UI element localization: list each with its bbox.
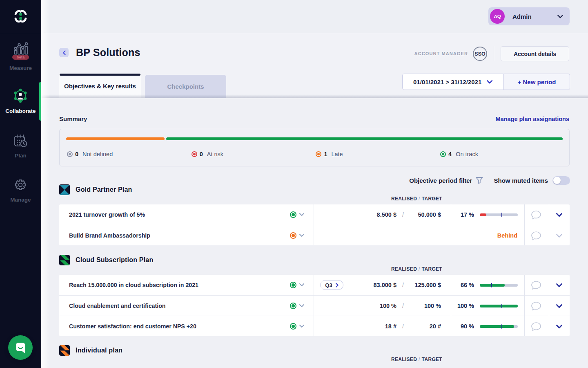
objective-title: Build Brand Ambassadorship bbox=[69, 225, 150, 246]
expand-row-icon[interactable] bbox=[556, 325, 562, 329]
objective-row: Customer satisfaction: end customer NPS … bbox=[59, 316, 570, 336]
active-nav-indicator bbox=[39, 82, 41, 121]
status-chevron-icon[interactable] bbox=[299, 234, 304, 237]
progress-percentage: 17 % bbox=[461, 204, 474, 225]
target-value: 50.000 $ bbox=[418, 204, 441, 225]
objective-title: Customer satisfaction: end customer NPS … bbox=[69, 316, 196, 337]
legend-count: 1 bbox=[324, 151, 327, 157]
target-value: 20 # bbox=[430, 316, 441, 337]
topbar: AQ Admin bbox=[41, 0, 588, 33]
period-selector[interactable]: 01/01/2021 > 31/12/2021 bbox=[402, 74, 504, 90]
target-value: 125.000 $ bbox=[414, 275, 441, 295]
status-chevron-icon[interactable] bbox=[299, 304, 304, 307]
user-name: Admin bbox=[512, 13, 532, 20]
brand-logo-icon[interactable] bbox=[14, 9, 27, 25]
target-value: 100 % bbox=[424, 296, 441, 316]
beta-badge: beta bbox=[12, 55, 29, 60]
progress-expected-tick bbox=[491, 283, 492, 287]
chevron-down-icon bbox=[487, 80, 492, 84]
plan-section-gold-partner: Gold Partner Plan REALISED/TARGET 2021 t… bbox=[59, 184, 570, 195]
sidebar-item-plan[interactable]: Plan bbox=[0, 153, 41, 159]
account-manager-avatar[interactable]: SSO bbox=[473, 47, 487, 61]
expand-row-icon[interactable] bbox=[556, 213, 562, 217]
chat-bubble-icon bbox=[14, 341, 27, 354]
table-column-headers: REALISED/TARGET bbox=[391, 266, 442, 272]
status-chevron-icon[interactable] bbox=[299, 213, 304, 216]
sidebar-divider bbox=[0, 33, 41, 33]
progress-percentage: 90 % bbox=[461, 316, 474, 337]
sidebar-item-collaborate[interactable]: Collaborate bbox=[0, 108, 41, 114]
comment-icon[interactable] bbox=[531, 231, 541, 240]
on-track-status-icon[interactable] bbox=[290, 323, 296, 330]
progress-expected-tick bbox=[501, 213, 502, 217]
objective-row: Cloud enablement and certification 100 %… bbox=[59, 295, 570, 316]
summary-bar-ontrack-segment bbox=[166, 137, 563, 140]
legend-count: 4 bbox=[448, 151, 452, 157]
filter-funnel-icon[interactable] bbox=[475, 176, 483, 185]
gold-partner-plan-logo bbox=[59, 184, 70, 195]
comment-icon[interactable] bbox=[531, 301, 541, 311]
plan-name: Gold Partner Plan bbox=[76, 186, 132, 193]
at-risk-status-icon bbox=[192, 151, 197, 157]
summary-bar-late-segment bbox=[66, 137, 165, 140]
account-details-button[interactable]: Account details bbox=[501, 46, 569, 61]
tab-checkpoints[interactable]: Checkpoints bbox=[145, 75, 226, 98]
objectives-table: Reach 15.000.000 in cloud subscription i… bbox=[59, 275, 570, 336]
objectives-table: 2021 turnover growth of 5% 8.500 $ / 50.… bbox=[59, 204, 570, 245]
quarter-tag[interactable]: Q3 bbox=[320, 280, 343, 290]
measure-chart-icon[interactable] bbox=[13, 40, 28, 56]
chat-launcher-button[interactable] bbox=[8, 335, 33, 360]
objective-title: Reach 15.000.000 in cloud subscription i… bbox=[69, 275, 198, 295]
progress-percentage: 100 % bbox=[457, 296, 474, 316]
value-divider: / bbox=[401, 275, 405, 295]
progress-bar bbox=[480, 284, 518, 287]
on-track-status-icon[interactable] bbox=[290, 303, 296, 309]
late-status-icon[interactable] bbox=[290, 232, 296, 239]
legend-count: 0 bbox=[200, 151, 203, 157]
status-chevron-icon[interactable] bbox=[299, 325, 304, 328]
legend-label: Late bbox=[331, 151, 343, 157]
manage-plan-assignations-link[interactable]: Manage plan assignations bbox=[496, 116, 570, 122]
manage-gear-icon[interactable] bbox=[15, 179, 26, 192]
sidebar-item-manage[interactable]: Manage bbox=[0, 197, 41, 203]
expand-row-icon[interactable] bbox=[556, 283, 562, 287]
progress-bar bbox=[480, 305, 518, 307]
comment-icon[interactable] bbox=[531, 280, 541, 290]
new-period-button[interactable]: + New period bbox=[504, 74, 570, 90]
user-menu[interactable]: AQ Admin bbox=[488, 7, 570, 25]
plan-calendar-icon[interactable] bbox=[13, 134, 27, 149]
late-status-icon bbox=[316, 151, 321, 157]
progress-expected-tick bbox=[501, 324, 502, 329]
on-track-status-icon[interactable] bbox=[290, 282, 296, 288]
cloud-subscription-plan-logo bbox=[59, 255, 70, 265]
chevron-right-icon bbox=[336, 283, 339, 287]
comment-icon[interactable] bbox=[531, 322, 541, 331]
legend-label: On track bbox=[456, 151, 478, 157]
on-track-status-icon bbox=[440, 151, 446, 157]
page-header: BP Solutions ACCOUNT MANAGER SSO Account… bbox=[41, 33, 588, 98]
sidebar-item-measure[interactable]: Measure bbox=[0, 65, 41, 71]
value-divider: / bbox=[401, 296, 405, 316]
status-chevron-icon[interactable] bbox=[299, 283, 304, 287]
individual-plan-logo bbox=[59, 345, 70, 356]
objective-row: Build Brand Ambassadorship Behind bbox=[59, 225, 570, 245]
plan-name: Individual plan bbox=[76, 347, 122, 354]
toggle-knob bbox=[553, 177, 561, 184]
objective-title: Cloud enablement and certification bbox=[69, 296, 166, 316]
status-legend: 0 Not defined 0 At risk 1 Late 4 On trac… bbox=[67, 151, 565, 157]
behind-status-label: Behind bbox=[497, 225, 517, 246]
objective-row: 2021 turnover growth of 5% 8.500 $ / 50.… bbox=[59, 204, 570, 225]
expand-row-icon[interactable] bbox=[556, 234, 562, 238]
header-divider bbox=[494, 46, 494, 61]
show-muted-toggle[interactable] bbox=[552, 176, 570, 185]
realised-value: 83.000 $ bbox=[374, 275, 396, 295]
legend-label: At risk bbox=[207, 151, 223, 157]
tab-objectives-key-results[interactable]: Objectives & Key results bbox=[59, 74, 141, 98]
expand-row-icon[interactable] bbox=[556, 304, 562, 308]
comment-icon[interactable] bbox=[531, 210, 541, 220]
content-left-shadow bbox=[41, 0, 50, 368]
back-button[interactable] bbox=[59, 48, 69, 57]
collaborate-hexagon-icon[interactable] bbox=[13, 88, 27, 105]
on-track-status-icon[interactable] bbox=[290, 211, 296, 218]
realised-value: 8.500 $ bbox=[377, 204, 396, 225]
